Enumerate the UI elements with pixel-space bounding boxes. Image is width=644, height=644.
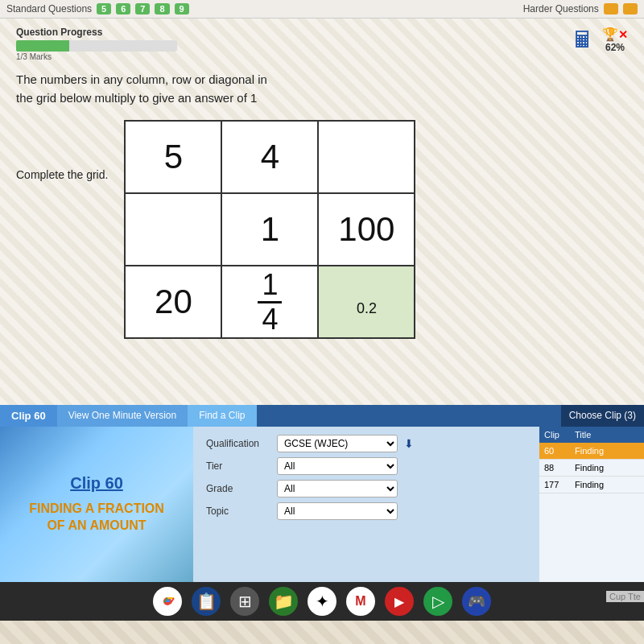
top-nav: Standard Questions 5 6 7 8 9 Harder Ques… — [0, 0, 644, 19]
cell-0-0[interactable]: 5 — [125, 121, 221, 193]
taskbar: 📋 ⊞ 📁 ✦ M ▶ ▷ 🎮 — [0, 582, 644, 621]
badge-9[interactable]: 9 — [175, 3, 189, 14]
cell-0-1[interactable]: 4 — [221, 121, 318, 193]
badge-8[interactable]: 8 — [155, 3, 169, 14]
video-title: FINDING A FRACTION OF AN AMOUNT — [29, 501, 164, 535]
form-row-tier: Tier All — [206, 457, 526, 475]
badge-6[interactable]: 6 — [116, 3, 130, 14]
taskbar-play-icon[interactable]: ▷ — [423, 587, 452, 616]
qualification-label: Qualification — [206, 438, 270, 449]
qualification-select[interactable]: GCSE (WJEC) GCSE (AQA) — [277, 435, 398, 452]
cell-value-2-0: 20 — [155, 283, 192, 320]
fraction-denominator: 4 — [258, 303, 282, 334]
question-line2: the grid below multiply to give an answe… — [16, 89, 628, 108]
tab-clip60[interactable]: Clip 60 — [0, 405, 57, 427]
taskbar-folder-icon[interactable]: 📁 — [269, 587, 298, 616]
clip-header: Clip — [544, 430, 567, 440]
video-title-line2: OF AN AMOUNT — [29, 518, 164, 535]
taskbar-youtube-icon[interactable]: ▶ — [385, 587, 414, 616]
progress-left: Question Progress 1/3 Marks — [16, 27, 572, 61]
grid-row-0: 5 4 — [125, 121, 415, 193]
cell-2-2[interactable]: 0.2 — [318, 266, 415, 338]
calculator-icon[interactable]: 🖩 — [572, 27, 594, 53]
progress-bar-container — [16, 40, 177, 52]
cell-0-2[interactable] — [318, 121, 415, 193]
bottom-tabs: Clip 60 View One Minute Version Find a C… — [0, 405, 644, 427]
trophy-x: ✕ — [618, 28, 628, 41]
cell-1-1[interactable]: 1 — [221, 193, 318, 266]
grid-row-1: 1 100 — [125, 193, 415, 266]
cell-value-0-0: 5 — [164, 138, 183, 175]
cell-value-2-2: 0.2 — [357, 300, 377, 316]
fraction-numerator: 1 — [258, 270, 282, 303]
taskbar-grid-icon[interactable]: ⊞ — [230, 587, 259, 616]
clip-list: Clip Title 60 Finding 88 Finding 177 Fin… — [539, 427, 644, 582]
harder-badge-2[interactable] — [623, 3, 638, 14]
form-row-qualification: Qualification GCSE (WJEC) GCSE (AQA) ⬇ — [206, 435, 526, 452]
clip-title-60: Finding — [575, 446, 639, 456]
harder-badge-1[interactable] — [604, 3, 618, 14]
video-thumb[interactable]: Clip 60 FINDING A FRACTION OF AN AMOUNT — [0, 427, 193, 582]
progress-section: Question Progress 1/3 Marks 🖩 🏆✕ 62% — [16, 27, 628, 61]
bottom-panel: Clip 60 View One Minute Version Find a C… — [0, 405, 644, 582]
tab-choose-clip[interactable]: Choose Clip (3) — [561, 405, 644, 427]
taskbar-pinwheel-icon[interactable]: ✦ — [308, 587, 336, 616]
cell-value-1-1: 1 — [261, 210, 279, 248]
standard-questions-label: Standard Questions — [6, 3, 92, 14]
tier-select[interactable]: All — [277, 457, 398, 475]
badge-7[interactable]: 7 — [135, 3, 150, 14]
taskbar-files-icon[interactable]: 📋 — [192, 587, 221, 616]
grade-label: Grade — [206, 483, 270, 494]
video-clip-label[interactable]: Clip 60 — [70, 474, 123, 493]
cell-2-0[interactable]: 20 — [125, 266, 221, 338]
topic-select[interactable]: All — [277, 502, 398, 520]
trophy-icon: 🏆✕ — [602, 27, 628, 42]
taskbar-game-icon[interactable]: 🎮 — [462, 587, 491, 616]
form-row-grade: Grade All — [206, 480, 526, 497]
grade-select[interactable]: All — [277, 480, 398, 497]
cup-tte-label: Cup Tte — [606, 591, 644, 602]
clip-row-177[interactable]: 177 Finding — [539, 477, 644, 493]
tier-label: Tier — [206, 460, 270, 472]
clip-num-88: 88 — [544, 463, 567, 473]
badge-5[interactable]: 5 — [97, 3, 111, 14]
progress-title: Question Progress — [16, 27, 572, 38]
title-header: Title — [575, 430, 639, 440]
main-content: Question Progress 1/3 Marks 🖩 🏆✕ 62% The… — [0, 19, 644, 405]
clip-title-88: Finding — [575, 463, 639, 473]
cell-value-0-1: 4 — [261, 138, 279, 175]
cell-1-0[interactable] — [125, 193, 221, 266]
form-row-topic: Topic All — [206, 502, 526, 520]
question-line1: The numbers in any column, row or diagon… — [16, 71, 628, 89]
trophy-section: 🏆✕ 62% — [602, 27, 628, 53]
clip-title-177: Finding — [575, 480, 639, 489]
complete-label: Complete the grid. — [16, 168, 108, 181]
percent-label: 62% — [605, 42, 625, 53]
video-title-line1: FINDING A FRACTION — [29, 501, 164, 518]
taskbar-chrome-icon[interactable] — [153, 587, 182, 616]
tab-find-clip[interactable]: Find a Clip — [188, 405, 256, 427]
math-grid: 5 4 1 100 20 1 4 0.2 — [124, 120, 415, 339]
harder-questions-label: Harder Questions — [523, 3, 599, 14]
grid-row-2: 20 1 4 0.2 — [125, 266, 415, 338]
cell-2-1[interactable]: 1 4 — [221, 266, 318, 338]
clip-list-header: Clip Title — [539, 427, 644, 443]
download-icon[interactable]: ⬇ — [404, 437, 414, 450]
progress-marks: 1/3 Marks — [16, 52, 572, 61]
clip-form: Qualification GCSE (WJEC) GCSE (AQA) ⬇ T… — [193, 427, 539, 582]
clip-row-88[interactable]: 88 Finding — [539, 460, 644, 477]
fraction-display: 1 4 — [222, 270, 317, 334]
grid-area: Complete the grid. 5 4 1 100 20 1 4 — [16, 120, 628, 339]
clip-row-60[interactable]: 60 Finding — [539, 443, 644, 460]
question-text: The numbers in any column, row or diagon… — [16, 71, 628, 107]
clip-num-60: 60 — [544, 446, 567, 456]
cell-1-2[interactable]: 100 — [318, 193, 415, 266]
topic-label: Topic — [206, 506, 270, 517]
bottom-content: Clip 60 FINDING A FRACTION OF AN AMOUNT … — [0, 427, 644, 582]
cell-value-1-2: 100 — [338, 210, 394, 248]
progress-bar-fill — [16, 40, 69, 52]
taskbar-gmail-icon[interactable]: M — [346, 587, 375, 616]
progress-right: 🖩 🏆✕ 62% — [572, 27, 628, 53]
clip-num-177: 177 — [544, 480, 567, 489]
tab-view-minute[interactable]: View One Minute Version — [57, 405, 188, 427]
